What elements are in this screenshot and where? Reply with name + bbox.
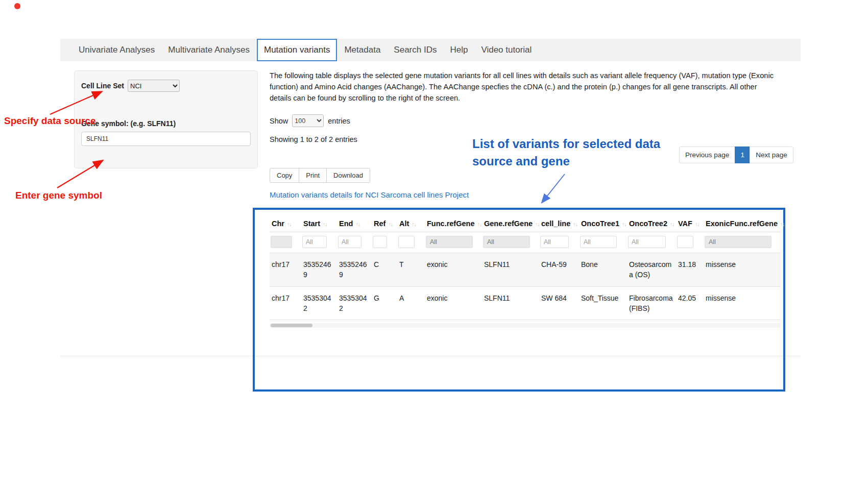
column-label: Ref — [374, 219, 385, 228]
tab-metadata[interactable]: Metadata — [338, 39, 387, 61]
gene-symbol-label: Gene symbol: (e.g. SLFN11) — [81, 119, 251, 128]
column-label: OncoTree1 — [581, 219, 619, 228]
filter-oncotree1[interactable] — [580, 236, 617, 248]
column-label: VAF — [678, 219, 692, 228]
filter-oncotree2[interactable] — [628, 236, 666, 248]
page-number-button[interactable]: 1 — [735, 147, 750, 163]
filter-cell — [539, 232, 579, 253]
sort-icon[interactable]: ↑↓ — [535, 221, 540, 227]
tab-search-ids[interactable]: Search IDs — [388, 39, 443, 61]
table-cell: Osteosarcoma (OS) — [627, 253, 676, 287]
sort-icon[interactable]: ↑↓ — [622, 221, 626, 227]
table-cell: exonic — [425, 286, 482, 320]
filter-end[interactable] — [338, 236, 361, 248]
table-row[interactable]: chr173535246935352469CTexonicSLFN11CHA-5… — [270, 253, 781, 287]
column-header-vaf[interactable]: VAF↑↓ — [676, 215, 704, 232]
window-close-button[interactable] — [14, 3, 20, 9]
variants-table-frame: Chr↑↓Start↑↓End↑↓Ref↑↓Alt↑↓Func.refGene↑… — [253, 208, 785, 392]
gene-symbol-input[interactable] — [81, 132, 251, 146]
table-cell: C — [372, 253, 397, 287]
column-header-gene-refgene[interactable]: Gene.refGene↑↓ — [482, 215, 539, 232]
column-label: Start — [303, 219, 320, 228]
column-label: Gene.refGene — [484, 219, 533, 228]
filter-func-refgene[interactable]: All — [426, 236, 473, 248]
table-cell: 31.18 — [676, 253, 704, 287]
copy-button[interactable]: Copy — [270, 168, 299, 183]
table-cell: 35353042 — [301, 286, 337, 320]
sort-icon[interactable]: ↑↓ — [412, 221, 416, 227]
filter-cell — [676, 232, 704, 253]
filter-start[interactable] — [302, 236, 327, 248]
column-header-ref[interactable]: Ref↑↓ — [372, 215, 397, 232]
previous-page-button[interactable]: Previous page — [679, 147, 735, 163]
filter-ref[interactable] — [373, 236, 387, 248]
filter-cell — [579, 232, 627, 253]
showing-info: Showing 1 to 2 of 2 entries — [270, 135, 357, 143]
variants-table: Chr↑↓Start↑↓End↑↓Ref↑↓Alt↑↓Func.refGene↑… — [270, 215, 781, 320]
column-header-oncotree1[interactable]: OncoTree1↑↓ — [579, 215, 627, 232]
filter-chr[interactable] — [271, 236, 292, 248]
table-cell: SLFN11 — [482, 253, 539, 287]
table-cell: missense — [704, 253, 781, 287]
filter-alt[interactable] — [398, 236, 415, 248]
column-label: Alt — [399, 219, 409, 228]
sort-icon[interactable]: ↑↓ — [323, 221, 327, 227]
column-label: OncoTree2 — [629, 219, 667, 228]
filter-gene-refgene[interactable]: All — [483, 236, 530, 248]
filter-cell: All — [704, 232, 781, 253]
filter-exonicfunc-refgene[interactable]: All — [705, 236, 771, 248]
column-header-oncotree2[interactable]: OncoTree2↑↓ — [627, 215, 676, 232]
sort-icon[interactable]: ↑↓ — [355, 221, 360, 227]
annotation-list-of-variants: List of variants for selected data sourc… — [472, 135, 677, 170]
download-button[interactable]: Download — [326, 168, 370, 183]
table-cell: 35352469 — [301, 253, 337, 287]
sort-icon[interactable]: ↑↓ — [695, 221, 700, 227]
sort-icon[interactable]: ↑↓ — [388, 221, 393, 227]
filter-cell — [301, 232, 337, 253]
filter-cell: All — [482, 232, 539, 253]
page-size-select[interactable]: 100 — [292, 114, 324, 127]
filter-vaf[interactable] — [677, 236, 693, 248]
horizontal-scrollbar[interactable] — [270, 323, 781, 328]
sort-icon[interactable]: ↑↓ — [573, 221, 577, 227]
tab-mutation-variants[interactable]: Mutation variants — [257, 39, 337, 61]
tab-help[interactable]: Help — [444, 39, 474, 61]
top-nav: Univariate Analyses Multivariate Analyse… — [60, 39, 801, 61]
table-header-row: Chr↑↓Start↑↓End↑↓Ref↑↓Alt↑↓Func.refGene↑… — [270, 215, 781, 232]
column-header-chr[interactable]: Chr↑↓ — [270, 215, 301, 232]
column-header-func-refgene[interactable]: Func.refGene↑↓ — [425, 215, 482, 232]
sort-icon[interactable]: ↑↓ — [477, 221, 481, 227]
column-header-end[interactable]: End↑↓ — [337, 215, 372, 232]
table-cell: exonic — [425, 253, 482, 287]
export-buttons: Copy Print Download — [270, 168, 370, 183]
scrollbar-thumb[interactable] — [271, 324, 312, 327]
filter-cell — [337, 232, 372, 253]
table-cell: SW 684 — [539, 286, 579, 320]
sort-icon[interactable]: ↑↓ — [670, 221, 674, 227]
cell-line-set-select[interactable]: NCI — [128, 80, 180, 92]
entries-label: entries — [328, 117, 350, 125]
column-header-exonicfunc-refgene[interactable]: ExonicFunc.refGene↑↓ — [704, 215, 781, 232]
filter-cell — [372, 232, 397, 253]
table-cell: T — [397, 253, 425, 287]
table-title-link[interactable]: Mutation variants details for NCI Sarcom… — [270, 190, 469, 199]
filter-cell-line[interactable] — [540, 236, 569, 248]
table-filter-row: AllAllAll — [270, 232, 781, 253]
print-button[interactable]: Print — [299, 168, 327, 183]
show-entries-control: Show 100 entries — [270, 114, 350, 127]
controls-panel: Cell Line Set NCI Gene symbol: (e.g. SLF… — [74, 70, 258, 168]
sort-icon[interactable]: ↑↓ — [780, 221, 785, 227]
column-header-cell-line[interactable]: cell_line↑↓ — [539, 215, 579, 232]
table-cell: 35352469 — [337, 253, 372, 287]
tab-multivariate-analyses[interactable]: Multivariate Analyses — [162, 39, 256, 61]
sort-icon[interactable]: ↑↓ — [287, 221, 292, 227]
filter-cell — [397, 232, 425, 253]
column-label: Chr — [272, 219, 284, 228]
next-page-button[interactable]: Next page — [750, 147, 793, 163]
table-row[interactable]: chr173535304235353042GAexonicSLFN11SW 68… — [270, 286, 781, 320]
arrow-to-variants-table — [542, 174, 565, 202]
tab-video-tutorial[interactable]: Video tutorial — [475, 39, 538, 61]
tab-univariate-analyses[interactable]: Univariate Analyses — [73, 39, 161, 61]
column-header-start[interactable]: Start↑↓ — [301, 215, 337, 232]
column-header-alt[interactable]: Alt↑↓ — [397, 215, 425, 232]
